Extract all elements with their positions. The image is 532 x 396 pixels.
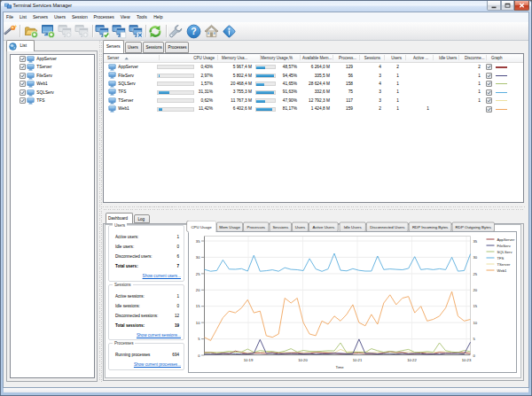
svg-text:RDP Outgoing Bytes: RDP Outgoing Bytes [456, 225, 492, 229]
svg-text:10:23: 10:23 [462, 358, 472, 362]
svg-text:25: 25 [473, 272, 478, 276]
svg-text:SQLServ: SQLServ [497, 250, 513, 254]
svg-text:CPU Usage: CPU Usage [191, 225, 212, 229]
svg-text:Idle Users: Idle Users [344, 225, 363, 229]
svg-text:Sessions: Sessions [272, 225, 289, 229]
svg-text:30: 30 [473, 255, 478, 260]
svg-text:10: 10 [473, 321, 478, 325]
svg-text:TServer: TServer [497, 262, 511, 267]
svg-text:35: 35 [473, 239, 478, 244]
svg-text:10:19: 10:19 [244, 358, 254, 362]
svg-text:TFS: TFS [497, 256, 505, 260]
svg-text:Processes: Processes [247, 225, 266, 229]
svg-text:20: 20 [196, 288, 200, 292]
svg-text:25: 25 [196, 272, 200, 276]
svg-text:30: 30 [196, 255, 200, 260]
svg-text:10: 10 [196, 321, 200, 325]
svg-text:10:20: 10:20 [298, 358, 308, 362]
svg-text:10:21: 10:21 [353, 358, 363, 362]
svg-text:AppServer: AppServer [497, 237, 515, 242]
svg-text:10:22: 10:22 [407, 358, 417, 362]
svg-text:RDP Incoming Bytes: RDP Incoming Bytes [412, 225, 449, 229]
svg-text:20: 20 [473, 288, 478, 292]
svg-text:15: 15 [196, 304, 200, 308]
svg-text:Users: Users [295, 225, 306, 229]
svg-text:Active Users: Active Users [312, 225, 334, 229]
svg-text:Mem Usage: Mem Usage [219, 225, 240, 229]
svg-text:Web1: Web1 [497, 268, 508, 273]
svg-text:FileServ: FileServ [497, 244, 512, 248]
svg-text:15: 15 [473, 304, 478, 308]
svg-text:35: 35 [196, 239, 200, 244]
svg-text:Disconnected Users: Disconnected Users [370, 225, 405, 229]
svg-text:Time: Time [335, 365, 344, 369]
